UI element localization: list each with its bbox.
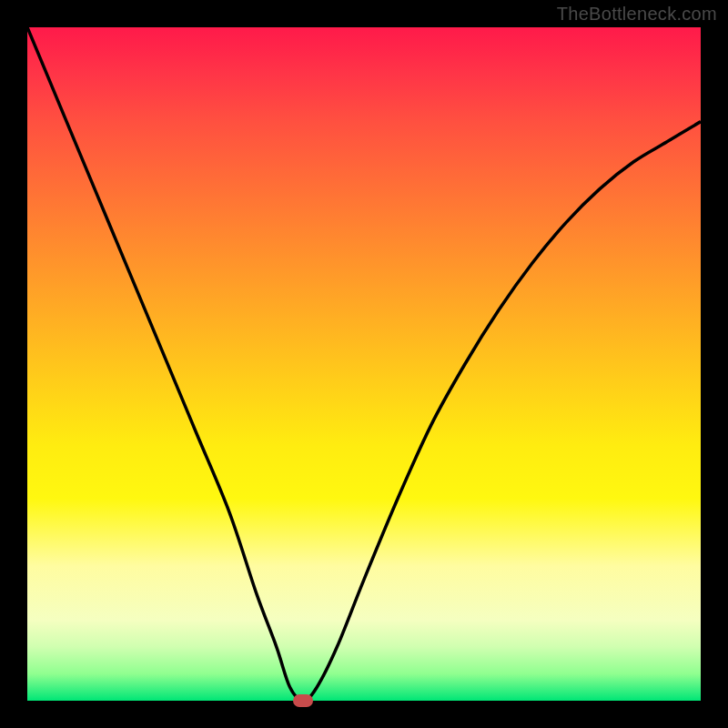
bottleneck-curve [27, 27, 701, 701]
chart-container: TheBottleneck.com [0, 0, 728, 728]
watermark-text: TheBottleneck.com [557, 4, 717, 25]
curve-svg [27, 27, 701, 701]
bottleneck-marker [293, 694, 313, 707]
plot-area [27, 27, 701, 701]
